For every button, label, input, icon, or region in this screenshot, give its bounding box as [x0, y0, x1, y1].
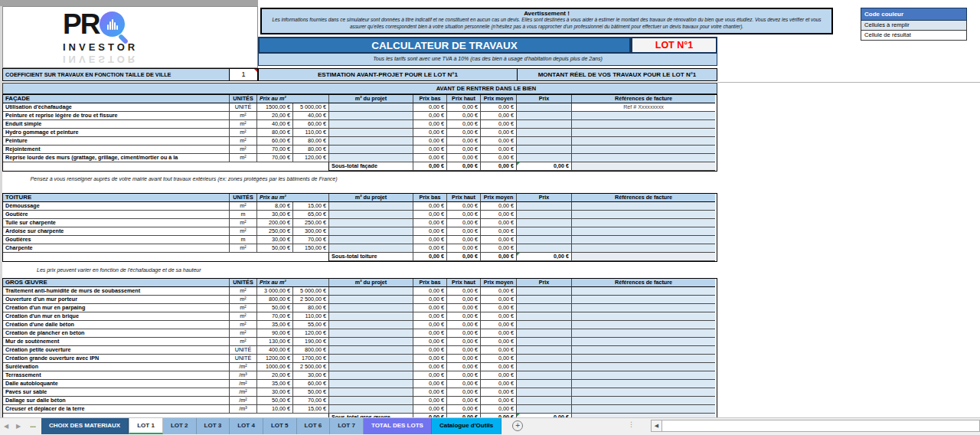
- reference-cell[interactable]: [572, 329, 715, 338]
- prix-input-cell[interactable]: [517, 363, 572, 371]
- prix-input-cell[interactable]: [517, 227, 572, 236]
- m2-projet-input-cell[interactable]: [329, 321, 413, 329]
- reference-cell[interactable]: [572, 338, 715, 346]
- m2-projet-input-cell[interactable]: [329, 380, 413, 388]
- prix-input-cell[interactable]: [517, 371, 572, 380]
- reference-cell[interactable]: Ref # Xxxxxxxxx: [572, 103, 715, 112]
- m2-projet-input-cell[interactable]: [329, 129, 413, 137]
- reference-cell[interactable]: [572, 388, 715, 397]
- m2-projet-input-cell[interactable]: [329, 154, 413, 162]
- reference-cell[interactable]: [572, 227, 715, 236]
- prix-input-cell[interactable]: [517, 397, 572, 405]
- prix-input-cell[interactable]: [517, 405, 572, 414]
- m2-projet-input-cell[interactable]: [329, 355, 413, 363]
- prix-input-cell[interactable]: [517, 355, 572, 363]
- scroll-left-icon[interactable]: ◀: [651, 420, 662, 432]
- m2-projet-input-cell[interactable]: [329, 312, 413, 321]
- sheet-tab-lot-5[interactable]: LOT 5: [263, 418, 297, 434]
- prix-input-cell[interactable]: [517, 112, 572, 120]
- prix-input-cell[interactable]: [517, 321, 572, 329]
- reference-cell[interactable]: [572, 219, 715, 227]
- prix-input-cell[interactable]: [517, 154, 572, 162]
- m2-projet-input-cell[interactable]: [329, 103, 413, 112]
- reference-cell[interactable]: [572, 120, 715, 129]
- m2-projet-input-cell[interactable]: [329, 120, 413, 129]
- m2-projet-input-cell[interactable]: [329, 346, 413, 355]
- reference-cell[interactable]: [572, 112, 715, 120]
- prix-input-cell[interactable]: [517, 211, 572, 219]
- reference-cell[interactable]: [572, 287, 715, 296]
- reference-cell[interactable]: [572, 346, 715, 355]
- prix-input-cell[interactable]: [517, 338, 572, 346]
- sheet-tab-total-des-lots[interactable]: TOTAL DES LOTS: [364, 418, 432, 434]
- prix-input-cell[interactable]: [517, 346, 572, 355]
- reference-cell[interactable]: [572, 405, 715, 414]
- prix-input-cell[interactable]: [517, 287, 572, 296]
- tabbar-resize-handle[interactable]: ⋮: [628, 420, 635, 428]
- prix-input-cell[interactable]: [517, 146, 572, 154]
- prix-input-cell[interactable]: [517, 129, 572, 137]
- m2-projet-input-cell[interactable]: [329, 244, 413, 253]
- sheet-nav-left-icon[interactable]: ◀: [0, 418, 12, 435]
- prix-input-cell[interactable]: [517, 329, 572, 338]
- prix-input-cell[interactable]: [517, 219, 572, 227]
- m2-projet-input-cell[interactable]: [329, 397, 413, 405]
- m2-projet-input-cell[interactable]: [329, 137, 413, 146]
- sheet-tab-lot-1[interactable]: LOT 1: [129, 418, 163, 434]
- sheet-tab-lot-3[interactable]: LOT 3: [197, 418, 230, 434]
- prix-input-cell[interactable]: [517, 120, 572, 129]
- reference-cell[interactable]: [572, 296, 715, 304]
- reference-cell[interactable]: [572, 371, 715, 380]
- prix-input-cell[interactable]: [517, 236, 572, 244]
- sheet-tab-lot-2[interactable]: LOT 2: [163, 418, 197, 434]
- sheet-nav-right-icon[interactable]: ▶: [12, 418, 24, 435]
- m2-projet-input-cell[interactable]: [329, 304, 413, 312]
- m2-projet-input-cell[interactable]: [329, 405, 413, 414]
- m2-projet-input-cell[interactable]: [329, 236, 413, 244]
- m2-projet-input-cell[interactable]: [329, 227, 413, 236]
- prix-input-cell[interactable]: [517, 296, 572, 304]
- reference-cell[interactable]: [572, 202, 715, 211]
- m2-projet-input-cell[interactable]: [329, 202, 413, 211]
- m2-projet-input-cell[interactable]: [329, 296, 413, 304]
- m2-projet-input-cell[interactable]: [329, 363, 413, 371]
- m2-projet-input-cell[interactable]: [329, 329, 413, 338]
- reference-cell[interactable]: [572, 146, 715, 154]
- sheet-tab-lot-6[interactable]: LOT 6: [297, 418, 331, 434]
- m2-projet-input-cell[interactable]: [329, 146, 413, 154]
- reference-cell[interactable]: [572, 312, 715, 321]
- prix-input-cell[interactable]: [517, 380, 572, 388]
- prix-input-cell[interactable]: [517, 304, 572, 312]
- reference-cell[interactable]: [572, 355, 715, 363]
- reference-cell[interactable]: [572, 129, 715, 137]
- reference-cell[interactable]: [572, 380, 715, 388]
- m2-projet-input-cell[interactable]: [329, 388, 413, 397]
- reference-cell[interactable]: [572, 321, 715, 329]
- reference-cell[interactable]: [572, 211, 715, 219]
- m2-projet-input-cell[interactable]: [329, 211, 413, 219]
- add-sheet-icon[interactable]: +: [512, 420, 523, 431]
- prix-input-cell[interactable]: [517, 103, 572, 112]
- prix-input-cell[interactable]: [517, 202, 572, 211]
- m2-projet-input-cell[interactable]: [329, 287, 413, 296]
- reference-cell[interactable]: [572, 363, 715, 371]
- prix-input-cell[interactable]: [517, 137, 572, 146]
- prix-input-cell[interactable]: [517, 388, 572, 397]
- reference-cell[interactable]: [572, 244, 715, 253]
- sheet-tab-lot-4[interactable]: LOT 4: [230, 418, 263, 434]
- horizontal-scrollbar[interactable]: ◀: [651, 420, 980, 432]
- m2-projet-input-cell[interactable]: [329, 112, 413, 120]
- prix-input-cell[interactable]: [517, 244, 572, 253]
- m2-projet-input-cell[interactable]: [329, 371, 413, 380]
- m2-projet-input-cell[interactable]: [329, 219, 413, 227]
- coefficient-value-cell[interactable]: 1: [229, 68, 258, 81]
- reference-cell[interactable]: [572, 154, 715, 162]
- reference-cell[interactable]: [572, 137, 715, 146]
- sheet-nav-ellipsis[interactable]: ...: [24, 418, 41, 435]
- sheet-tab-lot-7[interactable]: LOT 7: [330, 418, 364, 434]
- reference-cell[interactable]: [572, 397, 715, 405]
- prix-input-cell[interactable]: [517, 312, 572, 321]
- m2-projet-input-cell[interactable]: [329, 338, 413, 346]
- reference-cell[interactable]: [572, 236, 715, 244]
- scrollbar-track[interactable]: [662, 420, 980, 432]
